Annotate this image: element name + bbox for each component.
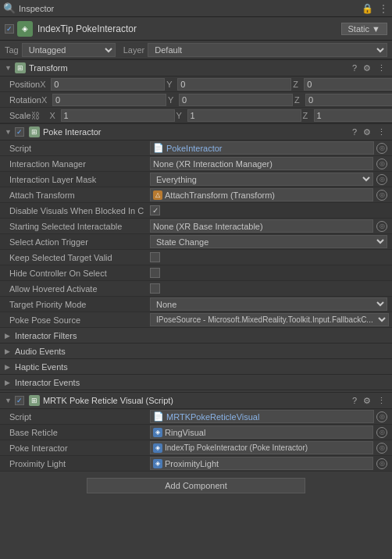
mrtk-poke-interactor-icon: ◈ <box>153 443 162 453</box>
proximity-light-label: Proximity Light <box>9 459 150 468</box>
mrtk-poke-interactor-row: Poke Interactor ◈ IndexTip PokeInteracto… <box>0 440 392 456</box>
tag-layer-row: Tag Untagged Layer Default <box>0 41 392 59</box>
poke-script-dot[interactable]: ◎ <box>376 143 387 154</box>
poke-icon: ⊞ <box>29 126 40 137</box>
pos-x-input[interactable] <box>51 78 165 91</box>
interactor-filters-row[interactable]: ▶ Interactor Filters <box>0 328 392 344</box>
scale-row: Scale ⛓ X Y Z <box>0 108 392 123</box>
scale-label: Scale <box>9 111 31 120</box>
allow-hovered-checkbox[interactable] <box>150 283 160 294</box>
content-scroll: ◈ IndexTip PokeInteractor Static ▼ Tag U… <box>0 17 392 559</box>
haptic-events-row[interactable]: ▶ Haptic Events <box>0 359 392 375</box>
mrtk-menu-icon[interactable]: ⋮ <box>376 396 387 406</box>
transform-settings-icon[interactable]: ⚙ <box>362 63 372 73</box>
static-button[interactable]: Static ▼ <box>341 23 387 35</box>
haptic-events-label: Haptic Events <box>15 362 68 372</box>
attach-transform-picker[interactable]: ◎ <box>376 190 387 201</box>
rot-z-input[interactable] <box>305 94 392 106</box>
target-priority-select[interactable]: None <box>150 297 387 311</box>
interaction-manager-picker[interactable]: ◎ <box>376 158 387 169</box>
keep-selected-checkbox[interactable] <box>150 252 160 262</box>
keep-selected-label: Keep Selected Target Valid <box>9 253 150 262</box>
mrtk-poke-interactor-picker[interactable]: ◎ <box>376 443 387 454</box>
transform-section-header[interactable]: ▼ ⊞ Transform ? ⚙ ⋮ <box>0 59 392 77</box>
component-enable-checkbox[interactable] <box>5 24 14 34</box>
base-reticle-picker[interactable]: ◎ <box>376 427 387 438</box>
poke-chevron: ▼ <box>5 128 12 136</box>
poke-pose-row: Poke Pose Source IPoseSource - Microsoft… <box>0 312 392 328</box>
starting-selected-row: Starting Selected Interactable None (XR … <box>0 219 392 234</box>
transform-help-icon[interactable]: ? <box>351 63 358 73</box>
poke-interactor-section-header[interactable]: ▼ ⊞ Poke Interactor ? ⚙ ⋮ <box>0 123 392 141</box>
script-file-icon: 📄 <box>153 143 164 153</box>
inspector-title: Inspector <box>19 4 54 13</box>
mrtk-enable-checkbox[interactable] <box>15 396 24 405</box>
tag-label: Tag <box>5 45 19 55</box>
interaction-layer-select[interactable]: Everything <box>150 173 373 186</box>
starting-selected-picker[interactable]: ◎ <box>376 221 387 232</box>
layer-select[interactable]: Default <box>148 43 387 57</box>
rotation-label: Rotation <box>9 95 41 105</box>
poke-script-label: Script <box>9 144 150 153</box>
attach-transform-row: Attach Transform △ AttachTransform (Tran… <box>0 187 392 203</box>
add-component-button[interactable]: Add Component <box>87 478 305 493</box>
starting-selected-value: None (XR Base Interactable) <box>153 222 263 231</box>
poke-menu-icon[interactable]: ⋮ <box>376 127 387 137</box>
scale-link-icon: ⛓ <box>31 111 40 120</box>
mrtk-script-file-icon: 📄 <box>153 411 164 422</box>
position-label: Position <box>9 80 40 89</box>
mrtk-settings-icon[interactable]: ⚙ <box>362 396 372 406</box>
disable-visuals-checkbox[interactable] <box>150 205 160 215</box>
hide-controller-checkbox[interactable] <box>150 268 160 278</box>
mrtk-script-value: MRTKPokeReticleVisual <box>166 412 259 422</box>
scale-x-label: X <box>50 111 61 120</box>
inspector-icon: 🔍 <box>3 2 16 14</box>
poke-section-title: Poke Interactor <box>43 127 351 137</box>
pos-z-label: Z <box>293 80 304 89</box>
proximity-light-row: Proximity Light ◈ ProximityLight ◎ <box>0 456 392 472</box>
pos-x-label: X <box>40 80 51 89</box>
scale-z-input[interactable] <box>314 109 392 122</box>
attach-transform-value: AttachTransform (Transform) <box>165 190 275 200</box>
haptic-events-arrow: ▶ <box>5 363 10 371</box>
pos-y-input[interactable] <box>177 78 291 91</box>
lock-icon[interactable]: 🔒 <box>362 3 373 14</box>
tag-select[interactable]: Untagged <box>22 43 116 57</box>
poke-settings-icon[interactable]: ⚙ <box>362 127 372 137</box>
mrtk-section-header[interactable]: ▼ ⊞ MRTK Poke Reticle Visual (Script) ? … <box>0 392 392 409</box>
keep-selected-row: Keep Selected Target Valid <box>0 250 392 265</box>
interactor-events-row[interactable]: ▶ Interactor Events <box>0 375 392 390</box>
mrtk-help-icon[interactable]: ? <box>351 396 358 405</box>
scale-x-input[interactable] <box>61 109 175 122</box>
component-name: IndexTip PokeInteractor <box>37 23 341 34</box>
transform-icon: ⊞ <box>15 62 26 73</box>
poke-pose-select[interactable]: IPoseSource - Microsoft.MixedReality.Too… <box>150 313 389 326</box>
mrtk-icon: ⊞ <box>29 395 40 406</box>
scale-z-label: Z <box>303 111 314 120</box>
interactor-events-arrow: ▶ <box>5 379 10 386</box>
interactor-filters-arrow: ▶ <box>5 332 10 340</box>
rot-x-input[interactable] <box>52 94 166 106</box>
scale-y-input[interactable] <box>187 109 301 122</box>
rot-y-input[interactable] <box>179 94 293 106</box>
rot-y-label: Y <box>168 95 179 105</box>
pos-z-input[interactable] <box>304 78 392 91</box>
interaction-layer-dot[interactable]: ◎ <box>376 174 387 185</box>
poke-help-icon[interactable]: ? <box>351 127 358 137</box>
select-action-select[interactable]: State Change <box>150 235 387 248</box>
menu-icon[interactable]: ⋮ <box>378 3 389 14</box>
select-action-row: Select Action Trigger State Change <box>0 234 392 250</box>
poke-enable-checkbox[interactable] <box>15 127 24 137</box>
base-reticle-value: RingVisual <box>165 428 205 437</box>
interactor-filters-label: Interactor Filters <box>15 331 77 340</box>
proximity-light-picker[interactable]: ◎ <box>376 458 387 469</box>
target-priority-label: Target Priority Mode <box>9 300 150 309</box>
mrtk-script-dot[interactable]: ◎ <box>376 411 387 422</box>
rotation-row: Rotation X Y Z <box>0 92 392 108</box>
audio-events-row[interactable]: ▶ Audio Events <box>0 344 392 359</box>
base-reticle-icon: ◈ <box>153 428 162 437</box>
disable-visuals-row: Disable Visuals When Blocked In C <box>0 203 392 219</box>
mrtk-chevron: ▼ <box>5 397 12 404</box>
scale-y-label: Y <box>176 111 187 120</box>
transform-menu-icon[interactable]: ⋮ <box>376 63 387 73</box>
